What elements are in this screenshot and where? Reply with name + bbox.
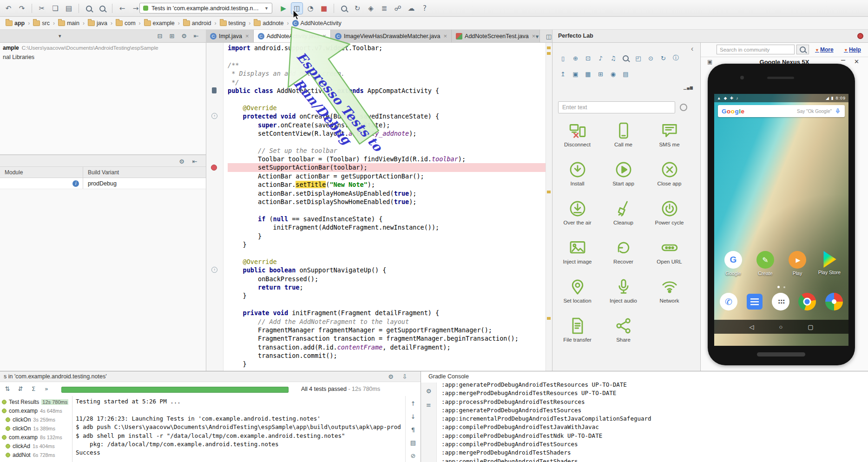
minimize-icon[interactable]: – bbox=[841, 56, 845, 64]
community-search-button[interactable] bbox=[796, 45, 809, 54]
chrome-icon[interactable] bbox=[798, 293, 816, 310]
app-create[interactable]: ✎Create bbox=[752, 251, 779, 276]
clear-button[interactable]: ⊘ bbox=[408, 451, 418, 460]
code-line[interactable]: setSupportActionBar(toolbar); bbox=[228, 163, 546, 172]
scroll-up-button[interactable]: ↑ bbox=[408, 399, 418, 408]
breadcrumb-item-example[interactable]: example bbox=[143, 20, 176, 26]
code-line[interactable]: actionBar.setTitle("New Note"); bbox=[228, 180, 546, 189]
action-cleanup-button[interactable]: Cleanup bbox=[600, 198, 646, 237]
mic-icon[interactable] bbox=[835, 108, 841, 114]
recents-nav-icon[interactable]: ▢ bbox=[808, 323, 813, 330]
collapse-panel-icon[interactable]: ‹ bbox=[691, 45, 693, 53]
screenshot-button[interactable]: ▣ bbox=[570, 69, 581, 79]
action-close-app-button[interactable]: Close app bbox=[646, 159, 692, 198]
code-line[interactable]: FragmentTransaction transaction = fragme… bbox=[228, 334, 546, 343]
info-button[interactable]: ⓘ bbox=[670, 53, 682, 63]
back-button[interactable]: ← bbox=[117, 3, 128, 14]
camera-button[interactable]: ◉ bbox=[607, 69, 619, 79]
action-disconnect-button[interactable]: Disconnect bbox=[554, 120, 600, 159]
code-line[interactable]: } bbox=[228, 232, 546, 240]
action-recover-button[interactable]: Recover bbox=[600, 237, 646, 276]
docs-icon[interactable] bbox=[747, 294, 763, 310]
code-line[interactable]: initFragment(AddNoteFragment.newInstance… bbox=[228, 223, 546, 231]
cloud-upload-button[interactable]: ☁ bbox=[406, 3, 417, 14]
action-set-location-button[interactable]: Set location bbox=[554, 276, 600, 315]
app-play-store[interactable]: Play Store bbox=[816, 251, 843, 276]
action-sms-me-button[interactable]: SMS me bbox=[646, 120, 692, 159]
run-configuration-dropdown[interactable]: Tests in 'com.example.android.testing.no… bbox=[139, 3, 272, 13]
action-share-button[interactable]: Share bbox=[600, 315, 646, 354]
community-search-input[interactable]: Search in community bbox=[717, 45, 795, 54]
upload-button[interactable]: ↥ bbox=[557, 69, 569, 79]
phone-screen[interactable]: ▲ ◆ ✚ ♪ ◢ ▮ 8:09 Google Say "Ok Google" … bbox=[714, 94, 848, 346]
action-install-button[interactable]: Install bbox=[554, 159, 600, 198]
gear-button[interactable]: ⚙ bbox=[424, 386, 434, 396]
project-tree-item[interactable]: nal Libraries bbox=[3, 54, 34, 60]
breadcrumb-item-com[interactable]: com bbox=[115, 20, 137, 26]
editor-gutter[interactable]: ↑↑ bbox=[206, 43, 224, 371]
pin-button[interactable]: ⇤ bbox=[191, 31, 201, 40]
copy-button[interactable]: ❏ bbox=[50, 3, 61, 14]
help-link[interactable]: ▼Help bbox=[844, 46, 861, 53]
menu-down-button[interactable]: ▾ bbox=[533, 32, 542, 41]
device-button[interactable]: ▯ bbox=[557, 53, 569, 63]
photos-icon[interactable] bbox=[825, 293, 843, 310]
gear-button[interactable]: ⚙ bbox=[386, 372, 395, 381]
enter-text-input[interactable]: Enter text bbox=[558, 101, 675, 113]
breadcrumb-item-src[interactable]: src bbox=[32, 20, 51, 26]
project-view-selector[interactable]: ▾ bbox=[59, 33, 61, 39]
dialer-icon[interactable]: ✆ bbox=[720, 293, 737, 310]
sort-button[interactable]: ⇅ bbox=[3, 384, 12, 393]
replace-button[interactable] bbox=[97, 3, 108, 14]
collapse-all-button[interactable]: ⊟ bbox=[155, 31, 164, 40]
test-tree-item[interactable]: clickOn1s 389ms bbox=[0, 424, 72, 433]
pin-button[interactable]: ⇤ bbox=[190, 157, 199, 166]
stats-button[interactable]: Σ bbox=[29, 384, 38, 393]
volume-button[interactable]: ♪ bbox=[595, 53, 606, 63]
mute-button[interactable]: ♫ bbox=[607, 53, 619, 63]
close-icon[interactable]: ✕ bbox=[854, 58, 859, 65]
soft-wrap-button[interactable]: ¶ bbox=[408, 425, 418, 434]
more-link[interactable]: ▼More bbox=[815, 46, 834, 53]
action-over-the-air-button[interactable]: Over the air bbox=[554, 198, 600, 237]
expand-button[interactable]: » bbox=[42, 384, 51, 393]
rotate-button[interactable]: ↻ bbox=[658, 53, 669, 63]
code-line[interactable]: @Override bbox=[228, 257, 546, 266]
lock-button[interactable]: ⊡ bbox=[582, 53, 594, 63]
action-file-transfer-button[interactable]: File transfer bbox=[554, 315, 600, 354]
action-call-me-button[interactable]: Call me bbox=[600, 120, 646, 159]
fullscreen-button[interactable]: ◰ bbox=[632, 53, 644, 63]
code-line[interactable]: return true; bbox=[228, 283, 546, 291]
test-console[interactable]: Testing started at 5:26 PM ...11/28 17:2… bbox=[76, 397, 405, 457]
send-icon[interactable] bbox=[680, 104, 687, 111]
code-line[interactable]: } bbox=[228, 291, 546, 300]
action-inject-audio-button[interactable]: Inject audio bbox=[600, 276, 646, 315]
code-line[interactable] bbox=[228, 300, 546, 309]
apps-grid-button[interactable]: ⊞ bbox=[595, 69, 606, 79]
report-button[interactable]: ▤ bbox=[620, 69, 631, 79]
code-line[interactable]: public boolean onSupportNavigateUp() { bbox=[228, 266, 546, 274]
variant-cell[interactable]: prodDebug bbox=[83, 180, 206, 187]
cut-button[interactable]: ✂ bbox=[36, 3, 47, 14]
project-root[interactable]: ampleC:\Users\yaacovw\Documents\AndroidT… bbox=[3, 45, 158, 51]
code-line[interactable] bbox=[228, 249, 546, 257]
help-button[interactable]: ? bbox=[419, 3, 430, 14]
app-google[interactable]: GGoogle bbox=[720, 251, 747, 276]
breakpoint-icon[interactable] bbox=[211, 165, 217, 171]
close-tab-icon[interactable]: × bbox=[443, 33, 447, 40]
action-open-url-button[interactable]: Open URL bbox=[646, 237, 692, 276]
zoom-button[interactable]: ⊙ bbox=[645, 53, 657, 63]
code-line[interactable]: onBackPressed(); bbox=[228, 275, 546, 283]
import-button[interactable]: ⇩ bbox=[400, 372, 409, 381]
code-line[interactable]: transaction.commit(); bbox=[228, 351, 546, 360]
expand-all-button[interactable]: ⊞ bbox=[167, 31, 177, 40]
settings-button[interactable]: ⚙ bbox=[179, 31, 189, 40]
breadcrumb-item-app[interactable]: app bbox=[5, 20, 26, 26]
test-tree-item[interactable]: addNot6s 728ms bbox=[0, 450, 72, 459]
print-button[interactable]: ▤ bbox=[408, 438, 418, 447]
code-line[interactable]: actionBar.setDisplayShowHomeEnabled(true… bbox=[228, 198, 546, 206]
breadcrumb-item-java[interactable]: java bbox=[87, 20, 108, 26]
undo-button[interactable]: ↶ bbox=[3, 3, 14, 14]
table-row[interactable]: i prodDebug bbox=[0, 178, 206, 189]
gradle-output[interactable]: :app:generateProdDebugAndroidTestResourc… bbox=[441, 381, 865, 462]
